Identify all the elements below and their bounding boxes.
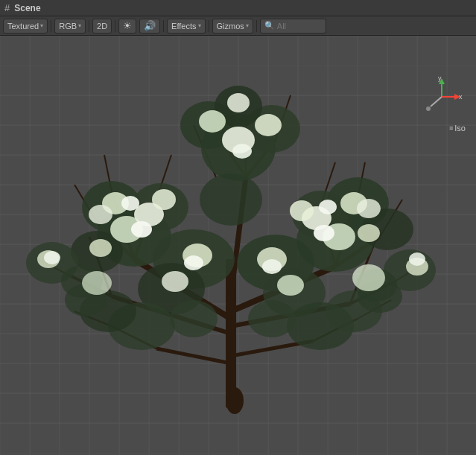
color-mode-arrow: ▾	[78, 22, 81, 29]
svg-point-95	[152, 189, 176, 210]
audio-icon: 🔊	[144, 20, 156, 31]
separator-1	[51, 20, 51, 32]
effects-arrow: ▾	[198, 22, 201, 29]
color-mode-dropdown[interactable]: RGB ▾	[54, 19, 86, 34]
svg-point-90	[248, 300, 296, 337]
separator-3	[115, 20, 115, 32]
svg-point-114	[131, 221, 152, 238]
gizmos-arrow: ▾	[246, 22, 249, 29]
title-bar: # Scene	[0, 0, 476, 16]
svg-text:y: y	[438, 77, 442, 82]
svg-point-116	[232, 144, 252, 159]
search-input[interactable]	[277, 22, 322, 31]
color-mode-label: RGB	[59, 22, 77, 31]
effects-label: Effects	[171, 22, 196, 31]
svg-point-113	[277, 275, 304, 296]
svg-point-109	[227, 93, 250, 112]
svg-line-131	[431, 97, 442, 106]
viewport-grid	[0, 36, 476, 455]
svg-point-112	[162, 271, 188, 292]
svg-point-117	[184, 255, 203, 270]
svg-point-122	[409, 252, 425, 266]
shading-mode-label: Textured	[7, 22, 39, 31]
title-bar-title: Scene	[14, 3, 40, 13]
scene-icon: #	[4, 2, 10, 13]
toolbar: Textured ▾ RGB ▾ 2D ☀ 🔊 Effects ▾ Gizmos…	[0, 16, 476, 36]
shading-mode-arrow: ▾	[40, 22, 43, 29]
svg-point-98	[89, 205, 112, 224]
svg-point-124	[352, 264, 385, 291]
2d-view-label: 2D	[97, 22, 107, 31]
separator-2	[89, 20, 89, 32]
svg-point-103	[358, 224, 380, 242]
svg-point-120	[319, 200, 337, 214]
svg-point-102	[290, 200, 314, 221]
separator-5	[209, 20, 209, 32]
svg-point-118	[262, 259, 282, 274]
gizmos-label: Gizmos	[217, 22, 244, 31]
separator-4	[163, 20, 164, 32]
sun-icon-button[interactable]: ☀	[118, 19, 136, 34]
iso-text: Iso	[454, 124, 466, 133]
svg-point-121	[44, 251, 60, 264]
svg-text:x: x	[459, 93, 463, 101]
viewport[interactable]: y x ≡ Iso	[0, 36, 476, 455]
svg-point-132	[426, 106, 431, 111]
svg-point-107	[199, 110, 226, 133]
svg-point-91	[200, 174, 262, 226]
svg-point-115	[314, 225, 334, 241]
effects-dropdown[interactable]: Effects ▾	[167, 19, 205, 34]
gizmos-dropdown[interactable]: Gizmos ▾	[212, 19, 253, 34]
svg-point-108	[255, 114, 282, 136]
gizmo-svg: y x	[422, 77, 463, 118]
orientation-gizmo[interactable]: y x	[422, 77, 463, 118]
search-icon: 🔍	[264, 21, 275, 31]
shading-mode-dropdown[interactable]: Textured ▾	[3, 19, 48, 34]
2d-view-button[interactable]: 2D	[92, 19, 112, 34]
svg-point-126	[82, 271, 112, 295]
iso-menu-icon: ≡	[449, 124, 453, 132]
search-box[interactable]: 🔍	[260, 19, 326, 34]
separator-6	[256, 20, 257, 32]
iso-label: ≡ Iso	[449, 124, 466, 133]
sun-icon: ☀	[123, 20, 132, 31]
svg-point-105	[357, 199, 381, 218]
audio-icon-button[interactable]: 🔊	[139, 19, 160, 34]
svg-point-89	[170, 300, 218, 337]
svg-point-119	[121, 196, 139, 211]
svg-point-96	[89, 239, 112, 257]
